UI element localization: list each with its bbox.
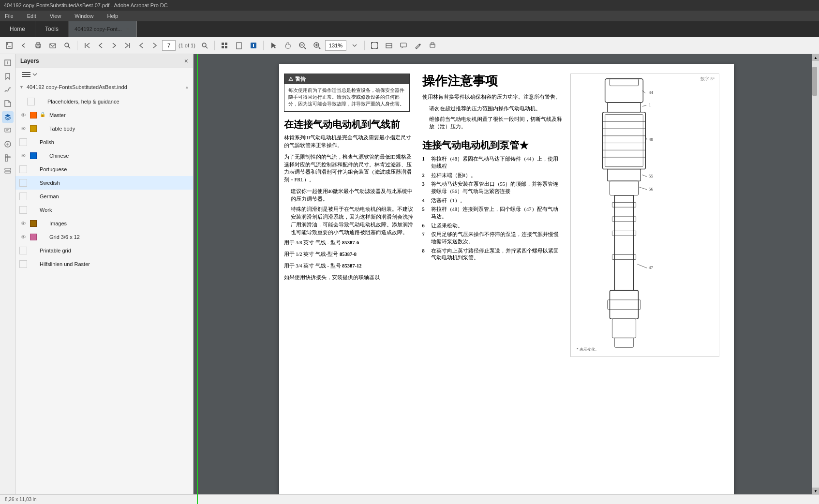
back-button[interactable] xyxy=(17,39,30,52)
tool-bookmarks[interactable] xyxy=(2,71,14,82)
layer-eye-grid[interactable]: 👁 xyxy=(19,234,27,240)
nav-prev-button[interactable] xyxy=(94,39,107,52)
scroll-down-button[interactable]: ▼ xyxy=(812,488,819,494)
scroll-thumb[interactable] xyxy=(812,67,817,96)
tab-close-button[interactable]: × xyxy=(125,26,131,32)
tool-accessibility[interactable] xyxy=(2,152,14,163)
menu-window[interactable]: Window xyxy=(72,12,96,20)
nav-next-button[interactable] xyxy=(108,39,120,52)
tool-comments[interactable] xyxy=(2,125,14,136)
layer-file-name: 404192 copy-FontsSubstitutedAsBest.indd xyxy=(27,84,182,90)
svg-line-26 xyxy=(319,47,320,49)
layer-name-printable-grid: Printable grid xyxy=(40,248,189,253)
stamp-button[interactable] xyxy=(426,39,439,52)
step-7: 7 仅用足够的气压来操作不停滞的泵送，连接气源并慢慢地循环泵送数次。 xyxy=(422,231,563,245)
layers-panel-header: Layers × xyxy=(15,54,193,68)
svg-line-12 xyxy=(206,46,208,48)
layer-file-group[interactable]: ▼ 404192 copy-FontsSubstitutedAsBest.ind… xyxy=(15,81,193,93)
nav-back-button[interactable] xyxy=(135,39,148,52)
tab-document[interactable]: 404192 copy-Font... × xyxy=(69,21,137,37)
print-button[interactable] xyxy=(32,39,45,52)
layer-item-table-body[interactable]: 👁 Table body xyxy=(15,122,193,135)
email-button[interactable] xyxy=(46,39,59,52)
step-6: 6 让坚果松动。 xyxy=(422,222,563,230)
layer-item-grid[interactable]: 👁 Grid 3/6 x 12 xyxy=(15,230,193,244)
tool-attachments[interactable] xyxy=(2,98,14,109)
scroll-up-button[interactable]: ▲ xyxy=(812,54,819,61)
title-bar: 404192 copy-FontsSubstitutedAsBest-07.pd… xyxy=(0,0,819,11)
layer-name-placeholders: Placeholders, help & guidance xyxy=(47,99,189,104)
layer-item-work[interactable]: Work xyxy=(15,203,193,217)
zoom-in-button[interactable] xyxy=(311,39,323,52)
svg-rect-30 xyxy=(401,43,406,47)
layer-item-swedish[interactable]: Swedish xyxy=(15,176,193,190)
create-button[interactable] xyxy=(3,39,15,52)
svg-rect-71 xyxy=(614,195,633,291)
page-view-button[interactable] xyxy=(233,39,245,52)
comment-button[interactable] xyxy=(397,39,410,52)
menu-view[interactable]: View xyxy=(47,12,64,20)
scroll-up-icon[interactable]: ▲ xyxy=(185,85,189,89)
layer-name-master: Master xyxy=(49,112,189,118)
layer-eye-images[interactable]: 👁 xyxy=(19,221,27,226)
step-8: 8 在英寸向上英寸路径停止泵送，并拧紧四个螺母以紧固气动电动机到泵管。 xyxy=(422,248,563,262)
search-page-button[interactable] xyxy=(198,39,211,52)
fit-width-button[interactable] xyxy=(383,39,395,52)
layer-item-hilfslinien[interactable]: Hilfslinien und Raster xyxy=(15,257,193,271)
tool-layers[interactable] xyxy=(2,111,14,123)
right-scrollbar[interactable]: ▲ ▼ xyxy=(812,54,819,494)
svg-line-70 xyxy=(639,187,647,190)
layer-name-table-body: Table body xyxy=(49,126,189,132)
layers-panel-close[interactable]: × xyxy=(184,57,188,65)
layers-menu-button[interactable] xyxy=(19,70,39,79)
page-number-input[interactable]: 7 xyxy=(162,40,176,51)
layer-item-placeholders[interactable]: Placeholders, help & guidance xyxy=(15,95,193,108)
menu-edit[interactable]: Edit xyxy=(24,12,39,20)
fit-page-button[interactable] xyxy=(368,39,381,52)
select-tool[interactable] xyxy=(267,39,280,52)
zoom-dropdown-button[interactable] xyxy=(348,39,361,52)
hand-tool[interactable] xyxy=(282,39,294,52)
layer-item-chinese[interactable]: 👁 Chinese xyxy=(15,149,193,163)
svg-rect-46 xyxy=(22,74,30,75)
svg-rect-56 xyxy=(605,115,643,167)
search-button[interactable] xyxy=(61,39,74,52)
menu-help[interactable]: Help xyxy=(104,12,121,20)
svg-rect-6 xyxy=(50,44,56,48)
layer-item-polish[interactable]: Polish xyxy=(15,135,193,149)
step-1: 1 将拉杆（48）紧固在气动马达下部铸件（44）上，使用短线程 xyxy=(422,156,563,170)
tool-content[interactable] xyxy=(2,165,14,177)
svg-rect-17 xyxy=(237,43,241,49)
tool-tags[interactable] xyxy=(2,138,14,150)
tab-home[interactable]: Home xyxy=(0,21,35,37)
layer-item-portuguese[interactable]: Portuguese xyxy=(15,163,193,176)
layer-name-grid: Grid 3/6 x 12 xyxy=(49,234,189,240)
tool-signatures[interactable] xyxy=(2,84,14,96)
zoom-out-button[interactable] xyxy=(296,39,309,52)
menu-file[interactable]: File xyxy=(2,12,16,20)
layer-item-printable-grid[interactable]: Printable grid xyxy=(15,244,193,257)
pdf-area[interactable]: ⚠ 警告 每次使用前为了操作适当总是检查设备，确保安全器件随手可得且运行正常。请… xyxy=(194,54,819,504)
section2-footer-text: 如果使用快拆接头，安装提供的联轴器以 xyxy=(284,274,415,282)
layer-item-images[interactable]: 👁 Images xyxy=(15,217,193,230)
nav-forward-button[interactable] xyxy=(149,39,161,52)
nav-first-button[interactable] xyxy=(81,39,93,52)
view-toggle-button[interactable] xyxy=(218,39,231,52)
layer-eye-master[interactable]: 👁 xyxy=(19,112,27,118)
nav-last-button[interactable] xyxy=(121,39,134,52)
layer-name-chinese: Chinese xyxy=(49,153,189,159)
new-tab-button[interactable] xyxy=(247,39,260,52)
tool-create[interactable] xyxy=(2,57,14,69)
diagram-label: 数字 8* xyxy=(700,76,715,82)
zoom-input[interactable]: 131% xyxy=(325,40,346,51)
svg-rect-43 xyxy=(5,168,11,170)
pen-button[interactable] xyxy=(412,39,424,52)
layer-eye-chinese[interactable]: 👁 xyxy=(19,153,27,159)
layer-eye-table-body[interactable]: 👁 xyxy=(19,126,27,132)
layer-item-german[interactable]: German xyxy=(15,190,193,203)
layer-item-master[interactable]: 👁 🔒 Master xyxy=(15,108,193,122)
svg-text:56: 56 xyxy=(649,187,653,192)
tab-tools[interactable]: Tools xyxy=(35,21,69,37)
svg-rect-65 xyxy=(607,169,640,181)
layer-name-images: Images xyxy=(49,221,189,226)
